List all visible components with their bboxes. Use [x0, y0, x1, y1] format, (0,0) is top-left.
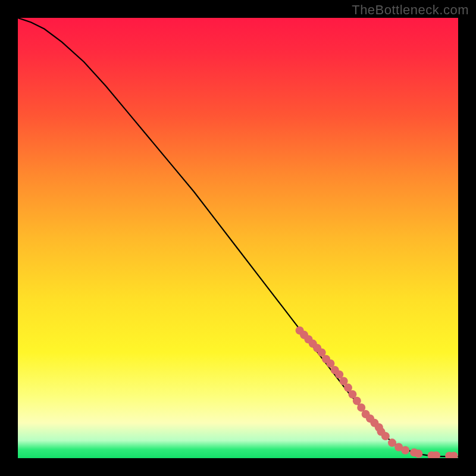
curve-line — [18, 18, 458, 456]
watermark-text: TheBottleneck.com — [352, 2, 469, 18]
plot-area — [18, 18, 458, 458]
data-point — [401, 446, 409, 455]
data-points — [296, 326, 458, 458]
data-point — [414, 450, 422, 458]
chart-overlay — [18, 18, 458, 458]
chart-frame: TheBottleneck.com — [0, 0, 476, 476]
data-point — [381, 432, 390, 440]
